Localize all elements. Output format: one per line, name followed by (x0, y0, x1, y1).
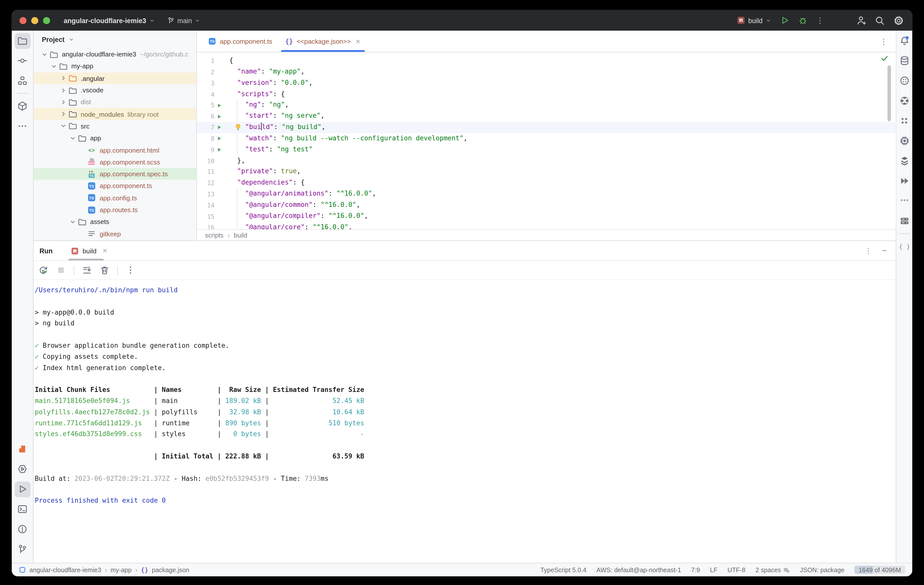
run-script-gutter-icon[interactable] (214, 122, 224, 133)
search-icon[interactable] (874, 15, 885, 26)
tree-item-dist[interactable]: dist (34, 96, 196, 108)
version-control-tool-button[interactable] (15, 541, 30, 557)
status-breadcrumb[interactable]: angular-cloudflare-iemie3 › my-app › {} … (19, 566, 189, 573)
close-icon[interactable]: ✕ (356, 38, 361, 44)
tree-item-my-app[interactable]: my-app (34, 60, 196, 72)
commit-tool-button[interactable] (15, 53, 30, 69)
tree-item-src[interactable]: src (34, 120, 196, 132)
editor[interactable]: 1{2 "name": "my-app",3 "version": "0.0.0… (197, 53, 896, 229)
code-line-2[interactable]: 2 "name": "my-app", (197, 66, 896, 77)
status-item-7-9[interactable]: 7:9 (691, 566, 700, 573)
tree-item-.angular[interactable]: .angular (34, 72, 196, 84)
tree-right-arrow-icon[interactable] (59, 86, 67, 94)
tree-right-arrow-icon[interactable] (59, 99, 67, 106)
debug-button[interactable] (798, 15, 808, 25)
trash-button[interactable] (100, 265, 110, 275)
dependencies-tool-button[interactable] (15, 98, 30, 114)
editor-tab-app.component.ts[interactable]: TSapp.component.ts (201, 31, 279, 51)
tree-down-arrow-icon[interactable] (69, 218, 77, 226)
terminal-tool-button[interactable] (15, 501, 30, 517)
run-button[interactable] (780, 15, 790, 25)
cpu-profiler-tool-button[interactable] (896, 133, 912, 148)
tree-item-app.component.html[interactable]: <>app.component.html (34, 144, 196, 156)
breadcrumb-build[interactable]: build (234, 231, 248, 239)
tool-window-square-icon[interactable] (19, 566, 26, 573)
code-line-11[interactable]: 11 "private": true, (197, 166, 896, 178)
code-line-14[interactable]: 14 "@angular/common": "^16.0.0", (197, 200, 896, 211)
structure-tool-button[interactable] (15, 73, 30, 89)
rerun-button[interactable] (38, 265, 48, 275)
code-line-13[interactable]: 13 "@angular/animations": "^16.0.0", (197, 189, 896, 199)
tree-item-app.component.scss[interactable]: SASSapp.component.scss (34, 156, 196, 168)
run-tool-button[interactable] (15, 481, 30, 497)
status-item-typescript-5-0-4[interactable]: TypeScript 5.0.4 (540, 566, 586, 573)
fast-forward-tool-button[interactable] (896, 173, 912, 189)
memory-indicator[interactable]: 1649 of 4096M (855, 566, 905, 574)
tree-item-angular-cloudflare-iemie3[interactable]: angular-cloudflare-iemie3 ~/go/src/githu… (34, 48, 196, 60)
json-tool-button[interactable]: { } (896, 238, 912, 254)
project-name-menu[interactable]: angular-cloudflare-iemie3 (64, 17, 155, 24)
project-tool-button[interactable] (15, 33, 30, 48)
scrollend-button[interactable] (82, 265, 92, 275)
stop-button[interactable] (56, 265, 66, 275)
breadcrumb-scripts[interactable]: scripts (205, 231, 223, 239)
tree-item-.vscode[interactable]: .vscode (34, 84, 196, 96)
tree-item-app.config.ts[interactable]: TSapp.config.ts (34, 192, 196, 204)
run-script-gutter-icon[interactable] (214, 100, 224, 111)
tree-item-app.component.ts[interactable]: TSapp.component.ts (34, 180, 196, 192)
code-line-12[interactable]: 12 "dependencies": { (197, 178, 896, 189)
tree-item-gitkeep[interactable]: gitkeep (34, 228, 196, 240)
more-actions-kebab[interactable]: ⋮ (816, 16, 824, 25)
settings-gear-icon[interactable] (893, 15, 904, 26)
more-tools-button[interactable] (15, 118, 30, 134)
tree-item-app[interactable]: app (34, 132, 196, 144)
code-line-8[interactable]: 8 "watch": "ng build --watch --configura… (197, 133, 896, 144)
servers-tool-button[interactable] (896, 213, 912, 229)
run-tab-build[interactable]: build ✕ (69, 241, 110, 260)
minimize-window-button[interactable] (31, 17, 38, 24)
kebab-button[interactable] (125, 265, 135, 275)
branch-menu[interactable]: main (167, 16, 200, 25)
intention-lightbulb-icon[interactable] (234, 123, 242, 132)
tree-item-node_modules[interactable]: node_modules library root (34, 108, 196, 120)
code-line-7[interactable]: 7 "build": "ng build", (197, 122, 896, 133)
status-crumb-file[interactable]: package.json (152, 566, 189, 573)
code-line-5[interactable]: 5 "ng": "ng", (197, 100, 896, 111)
tree-right-arrow-icon[interactable] (59, 110, 67, 118)
run-panel-kebab[interactable]: ⋮ (865, 247, 872, 255)
status-item-utf-8[interactable]: UTF-8 (728, 566, 746, 573)
tree-item-app.routes.ts[interactable]: TSapp.routes.ts (34, 204, 196, 216)
editor-tab-package.json[interactable]: {}<<package.json>>✕ (279, 31, 367, 51)
diamonds-tool-button[interactable] (896, 113, 912, 129)
tree-down-arrow-icon[interactable] (59, 122, 67, 130)
status-crumb-folder[interactable]: my-app (111, 566, 132, 573)
tree-down-arrow-icon[interactable] (41, 51, 48, 58)
status-item-aws-default-ap-northeast-1[interactable]: AWS: default@ap-northeast-1 (596, 566, 681, 573)
run-script-gutter-icon[interactable] (214, 133, 224, 144)
tree-item-assets[interactable]: assets (34, 216, 196, 228)
close-window-button[interactable] (19, 17, 26, 24)
tree-item-app.component.spec.ts[interactable]: TSapp.component.spec.ts (34, 168, 196, 180)
editor-scrollbar[interactable] (887, 66, 891, 122)
code-line-1[interactable]: 1{ (197, 56, 896, 66)
close-icon[interactable]: ✕ (102, 247, 107, 254)
run-config-selector[interactable]: build (736, 16, 771, 25)
code-line-9[interactable]: 9 "test": "ng test" (197, 144, 896, 155)
tree-down-arrow-icon[interactable] (69, 134, 77, 142)
services-tool-button[interactable] (15, 461, 30, 477)
status-item-2-spaces[interactable]: 2 spaces (756, 566, 790, 573)
x-plugin-tool-button[interactable] (896, 93, 912, 109)
run-script-gutter-icon[interactable] (214, 144, 224, 155)
tree-down-arrow-icon[interactable] (50, 63, 58, 70)
tree-right-arrow-icon[interactable] (59, 74, 67, 82)
status-item-json-package[interactable]: JSON: package (800, 566, 845, 573)
minimize-panel-icon[interactable]: ─ (882, 247, 886, 255)
regex-tool-button[interactable]: [***] (896, 193, 912, 209)
plugin-dots-tool-button[interactable] (896, 73, 912, 89)
code-line-16[interactable]: 16 "@angular/core": "^16.0.0", (197, 222, 896, 229)
status-item-lf[interactable]: LF (710, 566, 718, 573)
project-panel-header[interactable]: Project (34, 31, 196, 48)
plugin-orange-tool-button[interactable] (15, 441, 30, 457)
database-tool-button[interactable] (896, 53, 912, 69)
inspections-ok-icon[interactable] (880, 54, 889, 63)
